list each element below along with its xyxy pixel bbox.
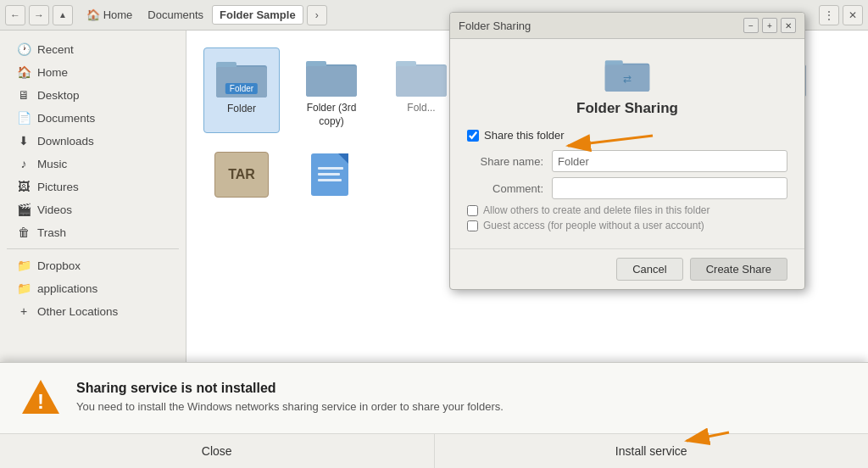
sidebar-label-desktop: Desktop — [37, 89, 80, 102]
sidebar-label-documents: Documents — [37, 112, 95, 125]
warning-icon: ! — [20, 376, 61, 420]
notification-title: Sharing service is not installed — [76, 381, 848, 396]
folder-selected-icon: Folder — [214, 53, 269, 99]
recent-icon: 🕐 — [17, 42, 31, 56]
notification-bar: ! Sharing service is not installed You n… — [0, 362, 868, 468]
share-name-input[interactable] — [552, 150, 787, 172]
sidebar-label-videos: Videos — [37, 203, 72, 216]
sidebar-item-other-locations[interactable]: + Other Locations — [3, 300, 182, 322]
file-item-folder-selected[interactable]: Folder Folder — [203, 47, 280, 133]
svg-rect-8 — [396, 66, 447, 97]
create-share-button[interactable]: Create Share — [690, 258, 787, 281]
breadcrumb-documents[interactable]: Documents — [141, 6, 210, 24]
share-checkbox-label: Share this folder — [484, 129, 565, 142]
install-service-button[interactable]: Install service — [435, 434, 869, 468]
guest-access-row: Guest access (for people without a user … — [467, 220, 787, 231]
guest-access-label: Guest access (for people without a user … — [483, 220, 704, 231]
sidebar-item-home[interactable]: 🏠 Home — [3, 61, 182, 83]
sidebar-item-desktop[interactable]: 🖥 Desktop — [3, 84, 182, 106]
sidebar-item-dropbox[interactable]: 📁 Dropbox — [3, 254, 182, 276]
doc-file-icon — [304, 152, 359, 198]
file-item-doc[interactable] — [293, 147, 370, 206]
dialog-title: Folder Sharing — [459, 20, 531, 32]
file-name-folder-3rd: Folder (3rd copy) — [298, 102, 364, 128]
sidebar-item-trash[interactable]: 🗑 Trash — [3, 221, 182, 243]
notification-description: You need to install the Windows networks… — [76, 399, 848, 415]
comment-row: Comment: — [467, 177, 787, 199]
sidebar-label-dropbox: Dropbox — [37, 259, 81, 272]
file-name-folder-selected: Folder — [227, 103, 256, 116]
sidebar-item-documents[interactable]: 📄 Documents — [3, 107, 182, 129]
sidebar-label-other: Other Locations — [37, 305, 118, 318]
svg-rect-24 — [318, 173, 340, 176]
sidebar-item-applications[interactable]: 📁 applications — [3, 277, 182, 299]
sidebar-label-recent: Recent — [37, 43, 74, 56]
breadcrumb-more-button[interactable]: › — [307, 5, 327, 25]
allow-create-delete-checkbox[interactable] — [467, 205, 478, 216]
guest-access-checkbox[interactable] — [467, 220, 478, 231]
share-checkbox-row: Share this folder — [467, 129, 787, 142]
close-button[interactable]: Close — [0, 434, 435, 468]
dialog-folder-icon: ⇄ — [604, 53, 651, 93]
downloads-icon: ⬇ — [17, 134, 31, 148]
notification-actions: Close Install service — [0, 433, 868, 468]
cancel-button[interactable]: Cancel — [616, 258, 682, 281]
allow-create-delete-row: Allow others to create and delete files … — [467, 204, 787, 216]
dialog-window-buttons: − + ✕ — [743, 18, 796, 33]
trash-icon: 🗑 — [17, 226, 31, 239]
breadcrumb-home[interactable]: 🏠 Home — [80, 6, 139, 24]
window-close-button[interactable]: ✕ — [843, 5, 863, 25]
videos-icon: 🎬 — [17, 203, 31, 216]
sidebar-item-recent[interactable]: 🕐 Recent — [3, 38, 182, 60]
folder-badge: Folder — [225, 83, 258, 94]
svg-text:⇄: ⇄ — [623, 73, 632, 85]
comment-input[interactable] — [552, 177, 787, 199]
comment-label: Comment: — [467, 182, 552, 195]
dialog-maximize-button[interactable]: + — [762, 18, 777, 33]
back-button[interactable]: ← — [5, 5, 25, 25]
sidebar-label-home: Home — [37, 66, 68, 79]
svg-rect-5 — [306, 66, 357, 97]
tar-file-icon: TAR — [214, 152, 269, 198]
svg-rect-23 — [318, 167, 343, 170]
file-item-folder-partial[interactable]: Fold... — [383, 47, 459, 133]
dialog-buttons: Cancel Create Share — [450, 248, 804, 289]
sidebar-label-music: Music — [37, 158, 67, 170]
sidebar-item-downloads[interactable]: ⬇ Downloads — [3, 130, 182, 152]
applications-icon: 📁 — [17, 281, 31, 295]
breadcrumb-folder-sample[interactable]: Folder Sample — [212, 5, 303, 25]
dropbox-icon: 📁 — [17, 259, 31, 272]
allow-create-delete-label: Allow others to create and delete files … — [483, 204, 709, 216]
dialog-heading: Folder Sharing — [576, 100, 678, 117]
sidebar-label-applications: applications — [37, 282, 97, 295]
folder-sharing-dialog: Folder Sharing − + ✕ ⇄ Folder Sharing Sh… — [449, 12, 805, 290]
share-this-folder-checkbox[interactable] — [467, 130, 479, 142]
svg-rect-25 — [318, 179, 342, 181]
more-options-button[interactable]: ⋮ — [819, 5, 839, 25]
music-icon: ♪ — [17, 157, 31, 170]
pictures-icon: 🖼 — [17, 180, 31, 193]
desktop-icon: 🖥 — [17, 88, 31, 102]
notification-text-block: Sharing service is not installed You nee… — [76, 381, 848, 415]
sidebar-label-trash: Trash — [37, 226, 66, 239]
dialog-content: ⇄ Folder Sharing Share this folder Share… — [450, 39, 804, 248]
documents-icon: 📄 — [17, 111, 31, 125]
forward-button[interactable]: → — [29, 5, 49, 25]
other-locations-icon: + — [17, 304, 31, 318]
sidebar-label-downloads: Downloads — [37, 135, 94, 148]
up-button[interactable]: ▲ — [53, 5, 73, 25]
sidebar-item-pictures[interactable]: 🖼 Pictures — [3, 176, 182, 198]
home-icon: 🏠 — [86, 8, 100, 21]
breadcrumb: 🏠 Home Documents Folder Sample — [80, 5, 303, 25]
svg-text:!: ! — [37, 390, 44, 413]
folder-partial-icon — [394, 53, 448, 98]
sidebar-item-videos[interactable]: 🎬 Videos — [3, 198, 182, 220]
dialog-titlebar: Folder Sharing − + ✕ — [450, 13, 804, 39]
file-name-folder-partial: Fold... — [407, 102, 435, 115]
dialog-minimize-button[interactable]: − — [743, 18, 759, 33]
dialog-close-button[interactable]: ✕ — [781, 18, 796, 33]
file-item-folder-3rd[interactable]: Folder (3rd copy) — [293, 47, 370, 133]
sidebar-item-music[interactable]: ♪ Music — [3, 153, 182, 175]
file-item-tar[interactable]: TAR — [203, 147, 280, 206]
sidebar-label-pictures: Pictures — [37, 181, 79, 193]
